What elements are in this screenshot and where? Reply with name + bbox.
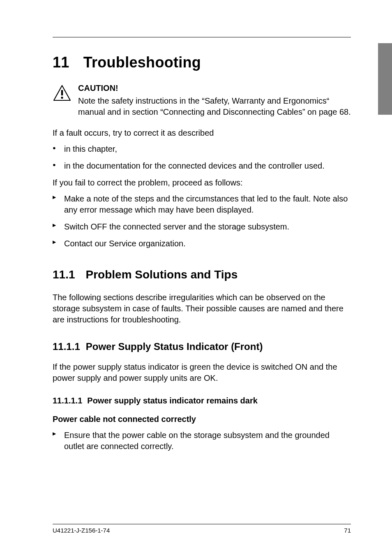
list-item: Contact our Service organization. [53,238,351,249]
list-item: in this chapter, [53,144,351,155]
body-paragraph: If the power supply status indicator is … [53,361,351,384]
list-item: Switch OFF the connected server and the … [53,221,351,232]
top-horizontal-rule [53,37,351,37]
chapter-heading: 11Troubleshooting [53,54,351,71]
section-title-text: Problem Solutions and Tips [86,268,238,281]
step-list: Ensure that the power cable on the stora… [53,430,351,452]
subsection-title-text: Power Supply Status Indicator (Front) [86,341,263,352]
page-number: 71 [344,527,351,534]
body-paragraph: If you fail to correct the problem, proc… [53,177,351,188]
subsubsection-title-text: Power supply status indicator remains da… [87,396,258,405]
page-footer: U41221-J-Z156-1-74 71 [53,524,351,534]
step-list: Make a note of the steps and the circums… [53,193,351,249]
list-item: in the documentation for the connected d… [53,160,351,171]
svg-point-2 [61,97,63,99]
document-id: U41221-J-Z156-1-74 [53,527,110,534]
subsection-number: 11.1.1 [53,341,80,352]
side-thumb-tab [378,43,392,115]
footer-row: U41221-J-Z156-1-74 71 [53,527,351,534]
caution-body-text: Note the safety instructions in the “Saf… [78,95,351,118]
chapter-number: 11 [53,54,69,71]
caution-label: CAUTION! [78,83,351,93]
bullet-list: in this chapter, in the documentation fo… [53,144,351,171]
subsubsection-number: 11.1.1.1 [53,396,82,405]
chapter-title-text: Troubleshooting [83,54,201,71]
caution-admonition: CAUTION! Note the safety instructions in… [53,83,351,118]
page-content: 11Troubleshooting CAUTION! Note the safe… [0,0,392,556]
section-number: 11.1 [53,268,75,281]
body-paragraph: The following sections describe irregula… [53,292,351,325]
footer-horizontal-rule [53,524,351,524]
list-item: Make a note of the steps and the circums… [53,193,351,215]
subsubsection-heading: 11.1.1.1Power supply status indicator re… [53,396,351,405]
caution-icon [53,84,73,103]
section-heading: 11.1Problem Solutions and Tips [53,268,351,281]
cause-heading: Power cable not connected correctly [53,415,351,424]
svg-rect-1 [61,90,63,95]
caution-text-block: CAUTION! Note the safety instructions in… [78,83,351,118]
body-paragraph: If a fault occurs, try to correct it as … [53,127,351,139]
list-item: Ensure that the power cable on the stora… [53,430,351,452]
subsection-heading: 11.1.1Power Supply Status Indicator (Fro… [53,341,351,352]
